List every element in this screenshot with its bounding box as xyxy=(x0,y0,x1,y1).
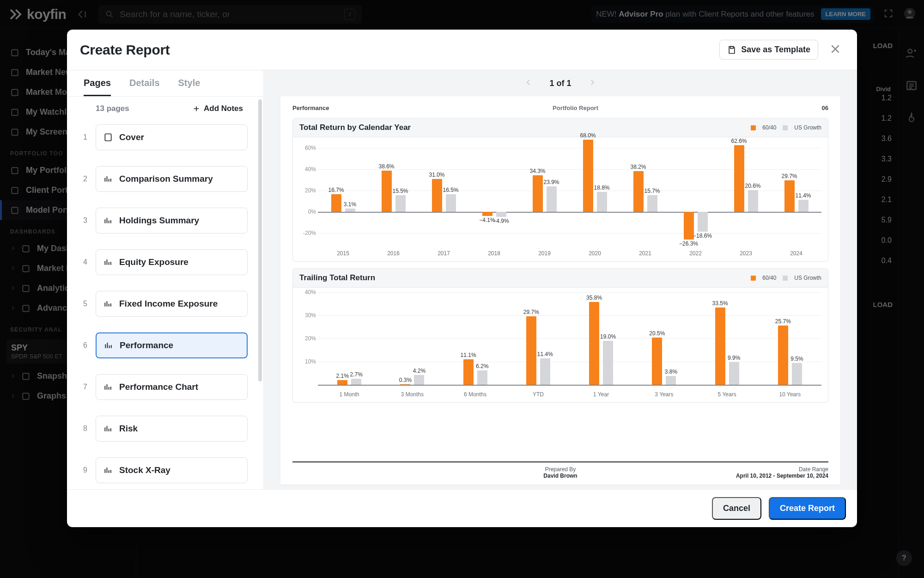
page-card[interactable]: Equity Exposure xyxy=(96,249,248,275)
tab-style[interactable]: Style xyxy=(178,78,201,96)
close-icon[interactable] xyxy=(827,40,844,60)
page-icon xyxy=(103,258,113,267)
add-notes-button[interactable]: Add Notes xyxy=(193,104,243,113)
chart-trailing-return: Trailing Total Return 60/40 US Growth 10… xyxy=(292,268,828,403)
tab-details[interactable]: Details xyxy=(129,78,160,96)
pager-next[interactable] xyxy=(588,78,596,89)
pages-scrollbar[interactable] xyxy=(258,99,262,381)
chart-legend: 60/40 US Growth xyxy=(751,275,821,281)
pager-prev[interactable] xyxy=(524,78,533,89)
page-card[interactable]: Holdings Summary xyxy=(96,208,248,234)
modal-title: Create Report xyxy=(80,42,170,58)
page-card[interactable]: Stock X-Ray xyxy=(96,457,248,483)
create-report-modal: Create Report Save as Template Pages Det… xyxy=(67,30,857,527)
svg-rect-19 xyxy=(730,46,734,48)
pager-label: 1 of 1 xyxy=(549,79,571,88)
chart-total-return: Total Return by Calendar Year 60/40 US G… xyxy=(292,118,828,262)
page-icon xyxy=(103,133,113,142)
page-icon xyxy=(103,424,113,433)
cancel-button[interactable]: Cancel xyxy=(712,497,761,520)
page-card[interactable]: Risk xyxy=(96,416,248,442)
report-preview-sheet: Performance Portfolio Report 06 Total Re… xyxy=(280,96,840,485)
chart-legend: 60/40 US Growth xyxy=(751,124,821,131)
tab-pages[interactable]: Pages xyxy=(84,78,111,96)
create-report-button[interactable]: Create Report xyxy=(769,497,846,520)
page-card[interactable]: Comparison Summary xyxy=(96,166,248,192)
page-card[interactable]: Fixed Income Exposure xyxy=(96,291,248,317)
page-card[interactable]: Performance Chart xyxy=(96,374,248,400)
page-icon xyxy=(103,466,113,475)
page-icon xyxy=(103,174,113,184)
page-card[interactable]: Performance xyxy=(96,332,248,358)
page-icon xyxy=(103,216,113,225)
page-icon xyxy=(104,341,113,350)
pages-count: 13 pages xyxy=(96,104,129,113)
page-icon xyxy=(103,382,113,392)
page-card[interactable]: Cover xyxy=(96,124,248,150)
save-template-button[interactable]: Save as Template xyxy=(719,40,818,60)
save-icon xyxy=(727,45,736,55)
svg-rect-20 xyxy=(105,134,111,141)
page-icon xyxy=(103,299,113,308)
plus-icon xyxy=(193,105,200,112)
